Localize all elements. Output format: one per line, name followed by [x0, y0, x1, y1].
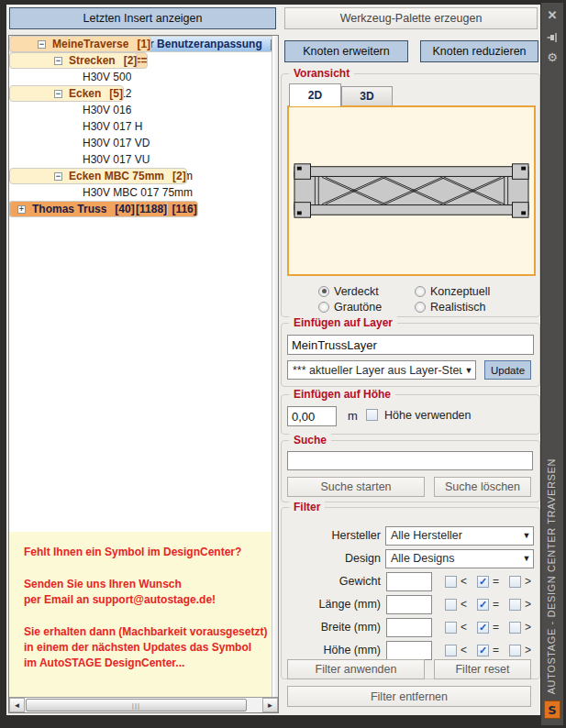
comparison-symbol: <: [461, 644, 467, 656]
tree-item[interactable]: −MeineTraverse[1]: [9, 36, 151, 52]
comparison-checkbox[interactable]: [509, 576, 521, 588]
tree-item-count: [5]: [109, 87, 123, 100]
manufacturer-dropdown[interactable]: Alle Hersteller▼: [385, 526, 534, 546]
tree-item-count: [1]: [137, 38, 150, 50]
render-mode-label: Konzeptuell: [430, 285, 490, 298]
scroll-right-arrow-icon[interactable]: ►: [262, 698, 278, 712]
palette-title: AUTOSTAGE - DESIGN CENTER TRAVERSEN: [546, 458, 557, 694]
design-dropdown[interactable]: Alle Designs▼: [385, 549, 534, 568]
preview-tab-2d[interactable]: 2D: [289, 83, 341, 106]
radio-icon[interactable]: [318, 286, 329, 297]
comparison-symbol: =: [493, 644, 499, 656]
comparison-checkbox[interactable]: [445, 645, 457, 656]
layer-dropdown-value: *** aktueller Layer aus Layer-Steueru: [293, 364, 462, 377]
tree-item[interactable]: H30V 016: [9, 102, 278, 118]
comparison-checkbox[interactable]: [477, 576, 489, 588]
comparison-symbol: <: [461, 575, 467, 588]
create-tool-palette-button[interactable]: Werkzeug-Palette erzeugen: [284, 7, 538, 29]
tree-item-label: H30V 500: [83, 71, 131, 83]
close-icon[interactable]: ✕: [541, 8, 563, 22]
comparison-symbol: >: [525, 621, 531, 634]
expand-nodes-button[interactable]: Knoten erweitern: [284, 40, 408, 62]
render-mode-option[interactable]: Verdeckt: [318, 285, 415, 298]
comparison-checkbox[interactable]: [509, 622, 521, 634]
insert-layer-group-title: Einfügen auf Layer: [289, 316, 397, 329]
design-label: Design: [282, 552, 381, 565]
use-height-checkbox[interactable]: [366, 409, 378, 421]
filter-remove-button[interactable]: Filter entfernen: [287, 686, 531, 707]
search-clear-button[interactable]: Suche löschen: [434, 477, 531, 497]
collapse-expander-icon[interactable]: −: [54, 172, 62, 181]
comparison-ops: <=>: [445, 644, 538, 656]
preview-group: Voransicht 2D3D: [281, 73, 540, 317]
scrollbar-thumb[interactable]: |||: [26, 699, 247, 711]
tree-item[interactable]: H30V MBC 017 75mm: [9, 184, 278, 201]
filter-rows: HerstellerAlle Hersteller▼DesignAlle Des…: [282, 525, 534, 660]
comparison-checkbox[interactable]: [509, 599, 521, 611]
tree-item-label: H30V 017 VU: [83, 153, 150, 166]
gear-icon[interactable]: ⚙: [541, 50, 563, 64]
tree-item-label: H30V MBC 017 75mm: [83, 186, 193, 199]
expand-expander-icon[interactable]: +: [17, 205, 26, 214]
render-mode-option[interactable]: Realistisch: [415, 301, 534, 314]
tree-item-label: Strecken: [69, 54, 116, 67]
show-last-insert-button[interactable]: Letzten Insert anzeigen: [9, 7, 276, 29]
dimension-input[interactable]: [386, 641, 432, 660]
comparison-ops: <=>: [445, 575, 538, 588]
tree-item-count: [2]: [172, 170, 186, 182]
dimension-input[interactable]: [386, 595, 432, 614]
tree-item[interactable]: −Strecken[2]: [9, 52, 138, 69]
dimension-input[interactable]: [386, 572, 432, 591]
insert-height-group-title: Einfügen auf Höhe: [289, 388, 395, 401]
comparison-checkbox[interactable]: [445, 576, 457, 588]
preview-tab-3d[interactable]: 3D: [341, 86, 393, 106]
tree-item[interactable]: −Ecken[5]: [9, 85, 124, 102]
update-layer-button[interactable]: Update: [484, 360, 531, 380]
tree-item[interactable]: H30V 017 VD: [9, 135, 278, 151]
comparison-ops: <=>: [445, 621, 538, 634]
preview-group-title: Voransicht: [289, 67, 354, 80]
radio-icon[interactable]: [415, 286, 426, 297]
tree-item[interactable]: H30V 017 VU: [9, 151, 278, 168]
comparison-checkbox[interactable]: [445, 599, 457, 611]
collapse-expander-icon[interactable]: −: [54, 90, 62, 98]
comparison-checkbox[interactable]: [477, 622, 489, 634]
search-start-button[interactable]: Suche starten: [287, 477, 425, 497]
tree-item-label: H30V 017 H: [83, 120, 142, 133]
scrollbar-track[interactable]: |||: [25, 698, 262, 712]
tree-item[interactable]: +Thomas Truss[40]: [9, 201, 136, 217]
render-mode-option[interactable]: Grautöne: [318, 301, 415, 314]
info-line: Senden Sie uns Ihren Wunsch: [24, 577, 278, 592]
horizontal-scrollbar[interactable]: ◄ ||| ►: [9, 697, 278, 712]
tree-item[interactable]: H30V 500: [9, 69, 278, 85]
comparison-checkbox[interactable]: [477, 599, 489, 611]
search-input[interactable]: [287, 451, 533, 470]
radio-icon[interactable]: [415, 302, 426, 313]
pin-icon[interactable]: [541, 30, 563, 47]
collapse-expander-icon[interactable]: −: [54, 57, 62, 65]
render-mode-options: VerdecktKonzeptuellGrautöneRealistisch: [318, 283, 534, 314]
tree-item[interactable]: H30V 017 H: [9, 118, 278, 135]
radio-icon[interactable]: [318, 302, 329, 313]
comparison-checkbox[interactable]: [509, 645, 521, 656]
filter-apply-button[interactable]: Filter anwenden: [287, 659, 425, 679]
comparison-checkbox[interactable]: [477, 645, 489, 656]
chevron-down-icon: ▼: [520, 554, 533, 563]
height-value-input[interactable]: [287, 406, 337, 426]
layer-name-input[interactable]: [287, 335, 534, 355]
collapse-nodes-button[interactable]: Knoten reduzieren: [420, 40, 538, 62]
comparison-symbol: =: [493, 598, 499, 611]
chevron-down-icon: ▼: [462, 366, 475, 375]
collapse-expander-icon[interactable]: −: [38, 40, 46, 49]
insert-layer-group: Einfügen auf Layer *** aktueller Layer a…: [281, 323, 540, 387]
tree-item-label: Ecken: [69, 87, 101, 100]
comparison-checkbox[interactable]: [445, 622, 457, 634]
comparison-symbol: =: [493, 621, 499, 634]
tree-item[interactable]: −Ecken MBC 75mm[2]: [9, 168, 187, 184]
dimension-input[interactable]: [386, 618, 432, 637]
filter-reset-button[interactable]: Filter reset: [434, 659, 531, 679]
layer-dropdown[interactable]: *** aktueller Layer aus Layer-Steueru ▼: [287, 360, 476, 380]
scroll-left-arrow-icon[interactable]: ◄: [9, 698, 25, 712]
vertical-scrollbar-track[interactable]: [272, 36, 278, 697]
render-mode-option[interactable]: Konzeptuell: [415, 285, 534, 298]
